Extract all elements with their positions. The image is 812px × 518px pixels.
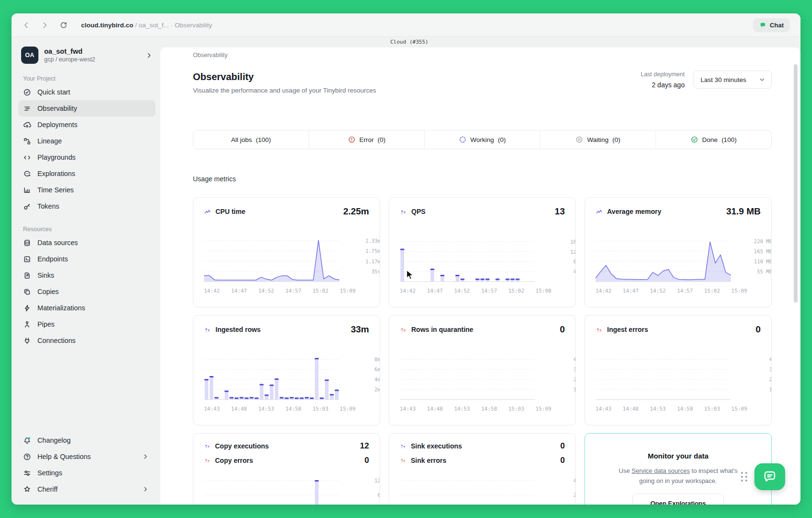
service-data-sources-link[interactable]: Service data sources xyxy=(632,467,690,474)
y-axis-tick: 4 xyxy=(547,478,576,483)
bar-red-icon xyxy=(204,457,211,464)
sidebar-item-label: Sinks xyxy=(37,271,54,279)
sidebar-item-observability[interactable]: Observability xyxy=(18,100,155,117)
jobs-filter-all-jobs[interactable]: All jobs(100) xyxy=(193,130,309,149)
tokens-icon xyxy=(23,202,31,211)
environment-tab-strip: Cloud (#355) xyxy=(160,37,800,47)
y-axis-tick: 2.33m xyxy=(351,238,380,244)
reload-icon[interactable] xyxy=(60,21,68,29)
sidebar-item-help[interactable]: Help & Questions xyxy=(18,448,155,465)
url-path: / oa_sot_f... · Observability xyxy=(133,22,212,29)
sidebar-item-label: Quick start xyxy=(37,88,70,96)
sidebar-item-tokens[interactable]: Tokens xyxy=(18,198,155,214)
sidebar-item-deployments[interactable]: Deployments xyxy=(18,117,155,133)
address-bar[interactable]: cloud.tinybird.co / oa_sot_f... · Observ… xyxy=(81,22,212,29)
x-axis-tick: 14:52 xyxy=(258,288,274,294)
sidebar-item-playgrounds[interactable]: Playgrounds xyxy=(18,149,155,165)
x-axis-tick: 15:03 xyxy=(704,406,720,412)
x-axis-tick: 15:08 xyxy=(536,288,551,294)
x-axis-tick: 14:43 xyxy=(400,406,416,412)
time-range-value: Last 30 minutes xyxy=(701,76,746,83)
browser-toolbar: cloud.tinybird.co / oa_sot_f... · Observ… xyxy=(12,13,800,37)
jobs-filter-done[interactable]: Done(100) xyxy=(656,130,771,149)
working-status-icon xyxy=(459,136,466,143)
monitor-your-data-card: Monitor your dataUse Service data source… xyxy=(585,433,772,505)
metric-value: 0 xyxy=(561,441,565,451)
metric-value: 2.25m xyxy=(343,206,369,217)
page-panel: Observability Observability Visualize th… xyxy=(160,47,800,505)
chevron-right-icon xyxy=(142,486,149,493)
scrollbar[interactable] xyxy=(794,64,798,303)
metric-card-copy: Copy executions12Copy errors0126 xyxy=(193,433,380,505)
sidebar-item-connections[interactable]: Connections xyxy=(18,332,155,349)
time-range-select[interactable]: Last 30 minutes xyxy=(693,71,772,89)
x-axis-tick: 14:57 xyxy=(481,288,497,294)
line-icon xyxy=(596,208,603,215)
back-icon[interactable] xyxy=(22,21,30,29)
last-deployment-label: Last deployment xyxy=(641,71,685,78)
x-axis-tick: 15:09 xyxy=(340,406,356,412)
x-axis-tick: 14:48 xyxy=(427,406,443,412)
y-axis-tick: 4m xyxy=(351,377,380,382)
sidebar-item-settings[interactable]: Settings xyxy=(18,465,155,481)
cheriff-icon xyxy=(23,485,31,494)
jobs-filter-label: Working xyxy=(470,136,494,143)
x-axis-tick: 14:48 xyxy=(623,406,639,412)
y-axis-tick: 2 xyxy=(547,377,576,382)
x-axis-labels: 14:4314:4814:5314:5815:0315:09 xyxy=(204,406,356,412)
metric-value: 13 xyxy=(555,206,565,217)
sidebar-item-label: Changelog xyxy=(37,436,71,444)
sidebar-item-copies[interactable]: Copies xyxy=(18,283,155,300)
x-axis-tick: 14:57 xyxy=(286,288,301,294)
sidebar-item-time-series[interactable]: Time Series xyxy=(18,182,155,198)
sidebar-item-quick-start[interactable]: Quick start xyxy=(18,84,155,100)
bar-purple-icon xyxy=(400,443,406,449)
metric-value: 0 xyxy=(561,456,565,465)
x-axis-tick: 15:09 xyxy=(340,288,356,294)
line-icon xyxy=(204,208,211,215)
chat-fab[interactable] xyxy=(754,463,785,490)
sidebar-item-endpoints[interactable]: Endpoints xyxy=(18,251,155,267)
sidebar-item-label: Help & Questions xyxy=(37,453,91,460)
chat-button-label: Chat xyxy=(770,22,784,29)
cloud-tab-label: Cloud (#355) xyxy=(328,39,490,45)
jobs-filter-error[interactable]: Error(0) xyxy=(309,130,424,149)
x-axis-tick: 15:02 xyxy=(508,288,524,294)
sidebar-item-cheriff[interactable]: Cheriff xyxy=(18,481,155,497)
x-axis-tick: 14:57 xyxy=(677,288,693,294)
jobs-filter-count: (100) xyxy=(721,136,737,143)
x-axis-tick: 14:58 xyxy=(481,406,497,412)
sidebar-item-pipes[interactable]: Pipes xyxy=(18,316,155,332)
metric-title: Copy errors xyxy=(215,457,253,464)
url-host: cloud.tinybird.co xyxy=(81,22,133,29)
workspace-switcher[interactable]: OA oa_sot_fwd gcp / europe-west2 xyxy=(12,47,160,64)
x-axis-tick: 14:58 xyxy=(677,406,693,412)
x-axis-tick: 14:48 xyxy=(231,406,247,412)
metric-card-cpu-time: CPU time2.25m2.33m1.75m1.17m35s14:4214:4… xyxy=(193,197,380,307)
sidebar-item-changelog[interactable]: Changelog xyxy=(18,432,155,448)
sidebar-item-materializations[interactable]: Materializations xyxy=(18,300,155,316)
jobs-filter-waiting[interactable]: Waiting(0) xyxy=(540,130,656,149)
sidebar-item-label: Pipes xyxy=(37,320,55,328)
chat-button[interactable]: Chat xyxy=(753,18,790,32)
open-explorations-button[interactable]: Open Explorations xyxy=(633,494,724,505)
x-axis-tick: 15:02 xyxy=(312,288,328,294)
drag-handle-icon[interactable] xyxy=(741,472,747,482)
workspace-avatar: OA xyxy=(21,47,38,64)
bar-purple-icon xyxy=(204,443,211,449)
sidebar-item-sinks[interactable]: Sinks xyxy=(18,267,155,283)
sidebar-item-label: Cheriff xyxy=(37,485,58,493)
sidebar-item-data-sources[interactable]: Data sources xyxy=(18,235,155,251)
jobs-filter-label: Waiting xyxy=(587,136,609,143)
app-window: cloud.tinybird.co / oa_sot_f... · Observ… xyxy=(12,13,800,505)
sidebar-item-label: Copies xyxy=(37,288,59,295)
jobs-filter-working[interactable]: Working(0) xyxy=(424,130,540,149)
last-deployment-value: 2 days ago xyxy=(641,81,685,89)
sidebar-item-label: Connections xyxy=(37,337,75,344)
playgrounds-icon xyxy=(23,153,31,162)
forward-icon[interactable] xyxy=(41,21,49,29)
sidebar-item-lineage[interactable]: Lineage xyxy=(18,133,155,149)
y-axis-tick: 8m xyxy=(351,356,380,362)
sidebar-item-explorations[interactable]: Explorations xyxy=(18,165,155,182)
metric-value: 0 xyxy=(560,324,565,335)
